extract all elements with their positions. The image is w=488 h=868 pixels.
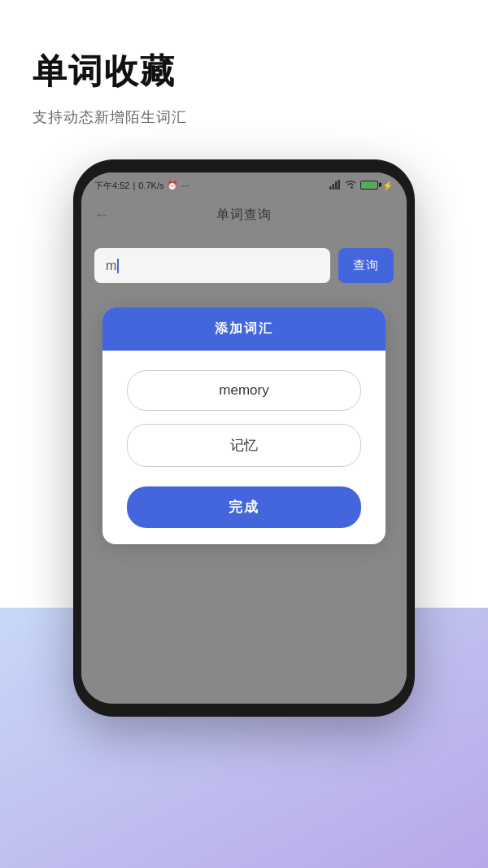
search-input-box[interactable]: m — [94, 248, 330, 283]
wifi-icon — [345, 180, 356, 191]
status-bar-right: ⚡ — [329, 180, 394, 191]
confirm-button[interactable]: 完成 — [127, 486, 361, 528]
dots-menu: ··· — [181, 181, 189, 190]
back-button[interactable]: ← — [94, 207, 109, 224]
dialog-body: memory 记忆 完成 — [102, 351, 386, 544]
svg-rect-2 — [335, 181, 338, 190]
phone-screen: 下午4:52 | 0.7K/s ⏰ ··· — [81, 172, 407, 704]
cursor — [117, 259, 119, 273]
svg-rect-0 — [329, 186, 332, 190]
battery-display — [360, 181, 378, 191]
search-row: m 查询 — [94, 248, 394, 283]
search-button[interactable]: 查询 — [338, 248, 394, 283]
add-word-dialog: 添加词汇 memory 记忆 完成 — [102, 308, 386, 544]
dialog-title: 添加词汇 — [215, 321, 273, 335]
page-title: 单词收藏 — [33, 49, 455, 94]
app-body: m 查询 添加词汇 memory 记忆 完成 — [81, 232, 407, 704]
app-header-title: 单词查询 — [216, 207, 272, 224]
signal-icon — [329, 180, 341, 191]
app-header: ← 单词查询 — [81, 198, 407, 232]
page-content: 单词收藏 支持动态新增陌生词汇 下午4:52 | 0.7K/s ⏰ ··· — [0, 0, 488, 717]
network-speed: 0.7K/s — [138, 181, 163, 190]
status-bar-left: 下午4:52 | 0.7K/s ⏰ ··· — [94, 180, 190, 192]
word-field[interactable]: memory — [127, 370, 361, 411]
dialog-header: 添加词汇 — [102, 308, 386, 351]
svg-rect-1 — [333, 184, 335, 190]
status-bar: 下午4:52 | 0.7K/s ⏰ ··· — [81, 172, 407, 198]
svg-rect-3 — [338, 180, 341, 190]
page-subtitle: 支持动态新增陌生词汇 — [33, 107, 455, 127]
meaning-field[interactable]: 记忆 — [127, 424, 361, 467]
separator: | — [133, 181, 135, 190]
time-display: 下午4:52 — [94, 180, 129, 192]
phone-mockup: 下午4:52 | 0.7K/s ⏰ ··· — [73, 159, 415, 717]
charge-icon: ⚡ — [382, 181, 394, 191]
alarm-icon: ⏰ — [167, 181, 178, 191]
search-input-text: m — [106, 259, 116, 273]
